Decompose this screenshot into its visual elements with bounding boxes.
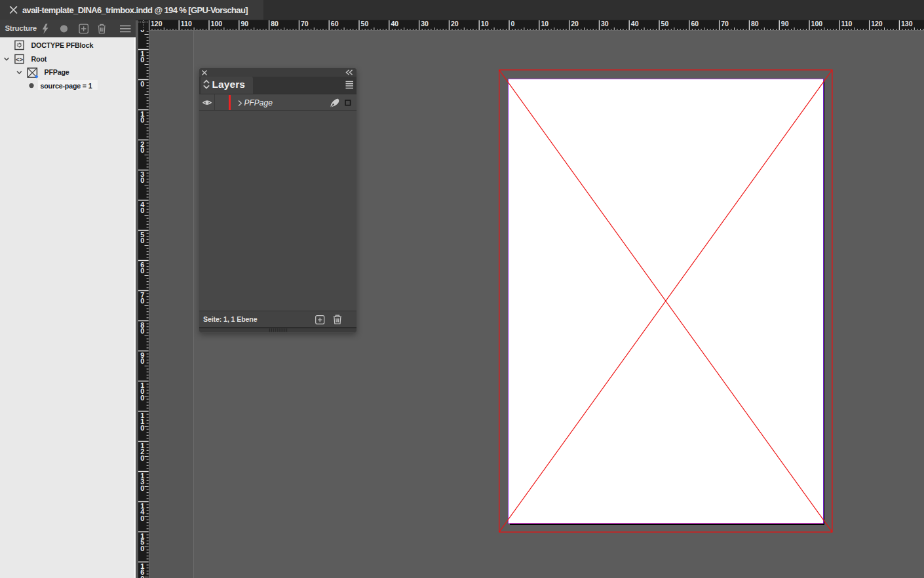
svg-text:20: 20 bbox=[571, 20, 579, 28]
svg-text:0: 0 bbox=[141, 297, 145, 305]
svg-text:120: 120 bbox=[871, 20, 883, 28]
svg-text:90: 90 bbox=[780, 20, 788, 28]
svg-text:0: 0 bbox=[141, 484, 145, 491]
svg-text:<>: <> bbox=[16, 55, 24, 62]
svg-text:0: 0 bbox=[141, 56, 145, 64]
svg-text:0: 0 bbox=[141, 453, 145, 461]
svg-text:50: 50 bbox=[661, 20, 668, 28]
svg-text:0: 0 bbox=[141, 146, 145, 154]
svg-text:0: 0 bbox=[141, 176, 145, 184]
svg-text:10: 10 bbox=[480, 20, 488, 28]
svg-text:0: 0 bbox=[510, 20, 514, 28]
svg-text:0: 0 bbox=[141, 393, 145, 401]
svg-text:40: 40 bbox=[391, 20, 398, 28]
svg-text:0: 0 bbox=[141, 357, 145, 365]
svg-text:0: 0 bbox=[141, 327, 145, 335]
svg-text:0: 0 bbox=[141, 206, 145, 214]
svg-text:10: 10 bbox=[541, 20, 549, 28]
svg-text:30: 30 bbox=[421, 20, 429, 28]
svg-text:90: 90 bbox=[241, 20, 248, 28]
svg-text:60: 60 bbox=[691, 20, 699, 28]
svg-text:80: 80 bbox=[751, 20, 759, 28]
svg-text:70: 70 bbox=[721, 20, 729, 28]
svg-text:100: 100 bbox=[811, 20, 822, 28]
svg-text:50: 50 bbox=[360, 20, 368, 28]
svg-text:130: 130 bbox=[901, 20, 913, 28]
svg-text:120: 120 bbox=[151, 20, 163, 28]
svg-text:0: 0 bbox=[141, 267, 145, 275]
svg-text:0: 0 bbox=[141, 79, 145, 87]
svg-text:60: 60 bbox=[330, 20, 338, 28]
svg-text:40: 40 bbox=[630, 20, 638, 28]
svg-text:0: 0 bbox=[141, 544, 145, 552]
svg-text:100: 100 bbox=[210, 20, 222, 28]
svg-text:110: 110 bbox=[180, 20, 191, 28]
svg-text:30: 30 bbox=[601, 20, 609, 28]
svg-text:0: 0 bbox=[141, 237, 145, 244]
svg-text:80: 80 bbox=[271, 20, 279, 28]
svg-text:0: 0 bbox=[141, 574, 145, 578]
svg-text:110: 110 bbox=[841, 20, 852, 28]
svg-text:0: 0 bbox=[141, 116, 145, 124]
svg-text:0: 0 bbox=[141, 423, 145, 431]
svg-text:0: 0 bbox=[141, 514, 145, 522]
svg-text:20: 20 bbox=[451, 20, 459, 28]
svg-text:70: 70 bbox=[301, 20, 309, 28]
